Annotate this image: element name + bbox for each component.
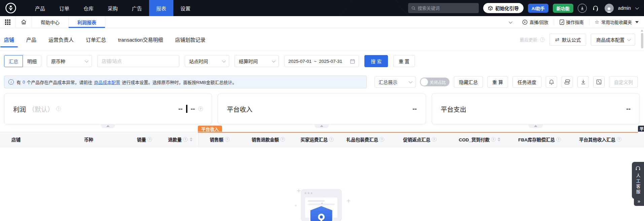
operation-guide-link[interactable]: 操作指南	[554, 16, 589, 28]
new-feature-button[interactable]: 新功能	[553, 4, 573, 13]
col-header-gift-wrap[interactable]: 礼品包装费汇总	[340, 132, 390, 147]
operation-guide-label: 操作指南	[566, 19, 584, 25]
col-header-currency[interactable]: 币种	[84, 132, 123, 147]
col-header-refund-qty[interactable]: 退款量	[158, 132, 199, 147]
menu-item-orders[interactable]: 订单	[52, 0, 76, 16]
top-navbar: 产品 订单 仓库 采购 广告 报表 设置 初始化引导	[0, 0, 644, 16]
currency-select[interactable]: 原币种	[47, 55, 92, 67]
calendar-icon	[350, 59, 355, 64]
sort-control[interactable]	[190, 137, 192, 141]
col-header-sales-refund[interactable]: 销售退款金额	[236, 132, 291, 147]
platform-expense-title: 平台支出	[441, 104, 466, 114]
site-time-select[interactable]: 站点时间	[185, 55, 229, 67]
tabs-collapse-chevron[interactable]	[503, 16, 517, 28]
tab-transaction-detail[interactable]: transaction交易明细	[118, 28, 163, 51]
recalculate-button[interactable]: 重 算	[487, 76, 508, 88]
tab-help-center[interactable]: 帮助中心	[32, 16, 69, 28]
menu-item-purchase[interactable]: 采购	[101, 0, 125, 16]
task-progress-button[interactable]: 任务进度	[512, 76, 541, 88]
card-collapse-handle[interactable]	[101, 124, 115, 128]
menu-item-warehouse[interactable]: 仓库	[76, 0, 101, 16]
detail-segment-button[interactable]: 明细	[23, 55, 41, 67]
settlement-time-select[interactable]: 结算时间	[235, 55, 279, 67]
date-range-picker[interactable]: 2025-07-01 ~ 2025-07-31	[284, 55, 359, 67]
user-avatar[interactable]	[605, 4, 614, 13]
settlement-time-value: 结算时间	[239, 58, 258, 64]
user-menu-chevron-icon[interactable]	[635, 6, 639, 9]
default-formula-button[interactable]: ⇄ 默认公式	[549, 34, 586, 46]
help-icon[interactable]	[432, 137, 436, 142]
menu-item-ads[interactable]: 广告	[125, 0, 149, 16]
menu-item-reports[interactable]: 报表	[149, 0, 173, 16]
col-header-cod[interactable]: COD_货到付款	[442, 132, 506, 147]
help-icon[interactable]	[491, 137, 496, 142]
custom-columns-button[interactable]: 自定义列	[609, 76, 638, 88]
table-config-button[interactable]	[593, 76, 605, 88]
hide-summary-button[interactable]: 隐藏汇总	[454, 76, 483, 88]
tab-order-summary[interactable]: 订单汇总	[86, 28, 106, 51]
col-label: 礼品包装费汇总	[347, 136, 379, 143]
headset-icon	[635, 165, 641, 171]
live-replay-link[interactable]: 直播/回放	[517, 16, 554, 28]
customer-service-panel[interactable]: 人工客服	[632, 162, 644, 199]
app-logo-icon[interactable]	[5, 2, 16, 14]
help-icon[interactable]	[147, 137, 152, 142]
global-search-input[interactable]	[418, 6, 475, 11]
col-label: 买家运费汇总	[300, 136, 328, 143]
help-icon[interactable]	[225, 137, 229, 142]
username-label[interactable]: admin	[618, 5, 631, 11]
export-download-button[interactable]	[577, 76, 589, 88]
favorites-link[interactable]: ☆ 常用功能收藏夹	[589, 16, 644, 28]
col-header-fba-compensation[interactable]: FBA库存赔偿汇总	[506, 132, 567, 147]
main-menu: 产品 订单 仓库 采购 广告 报表 设置	[28, 0, 198, 16]
menu-item-settings[interactable]: 设置	[173, 0, 198, 16]
support-headset-button[interactable]	[591, 4, 600, 13]
init-guide-button[interactable]: 初始化引导	[483, 3, 524, 13]
card-collapse-handle[interactable]	[529, 124, 543, 128]
ratio-toggle[interactable]: 关闭占比	[420, 78, 450, 86]
card-collapse-handle[interactable]	[315, 124, 329, 128]
scrollbar-up-arrow[interactable]	[641, 30, 643, 32]
profit-card-title: 利润 （默认）	[13, 104, 61, 114]
col-header-sales-qty[interactable]: 销量	[123, 132, 158, 147]
help-icon[interactable]	[617, 137, 621, 142]
cost-config-dropdown[interactable]: 商品成本配置	[591, 34, 635, 46]
col-header-sales-amount[interactable]: 销售额	[199, 132, 236, 147]
help-icon[interactable]	[198, 106, 203, 111]
global-search[interactable]	[408, 3, 479, 13]
col-header-promo-rebate[interactable]: 促销返点汇总	[390, 132, 442, 147]
page-scrollbar[interactable]	[641, 30, 643, 48]
ai-assistant-button[interactable]: AI助手	[528, 4, 548, 13]
col-header-buyer-shipping[interactable]: 买家运费汇总	[291, 132, 340, 147]
help-icon[interactable]	[380, 137, 384, 142]
reset-button[interactable]: 重 置	[393, 55, 415, 67]
help-icon[interactable]	[540, 37, 545, 42]
tab-profit-report[interactable]: 利润报表	[69, 16, 105, 28]
apps-grid-button[interactable]	[0, 16, 16, 28]
sort-control[interactable]	[498, 137, 500, 141]
home-button[interactable]	[16, 16, 32, 28]
help-icon[interactable]	[280, 137, 285, 142]
summary-display-select[interactable]: 汇总展示	[374, 76, 416, 88]
info-icon	[8, 79, 14, 85]
col-header-other-platform-income[interactable]: 平台其他收入汇总	[567, 132, 628, 147]
service-expand-button[interactable]: »	[634, 196, 644, 206]
notification-bell-button[interactable]	[546, 76, 557, 88]
search-button[interactable]: 搜 索	[364, 55, 388, 67]
shop-site-input[interactable]	[97, 55, 179, 67]
menu-item-products[interactable]: 产品	[28, 0, 52, 16]
display-settings-button[interactable]	[562, 76, 573, 88]
tab-shop[interactable]: 店铺	[4, 28, 14, 51]
help-icon[interactable]	[56, 106, 61, 111]
tab-product[interactable]: 产品	[26, 28, 36, 51]
tab-shop-transfer-record[interactable]: 店铺划款记录	[175, 28, 205, 51]
download-center-button[interactable]	[578, 4, 587, 13]
summary-segment-button[interactable]: 汇总	[4, 55, 23, 67]
cost-config-link[interactable]: 商品成本配置	[94, 79, 120, 85]
help-icon[interactable]	[329, 137, 334, 142]
tab-operation-manager[interactable]: 运营负责人	[48, 28, 74, 51]
col-header-shop[interactable]: 店铺	[0, 132, 84, 147]
help-icon[interactable]	[556, 137, 561, 142]
help-icon[interactable]	[183, 137, 188, 142]
scrollbar-thumb[interactable]	[641, 33, 643, 48]
